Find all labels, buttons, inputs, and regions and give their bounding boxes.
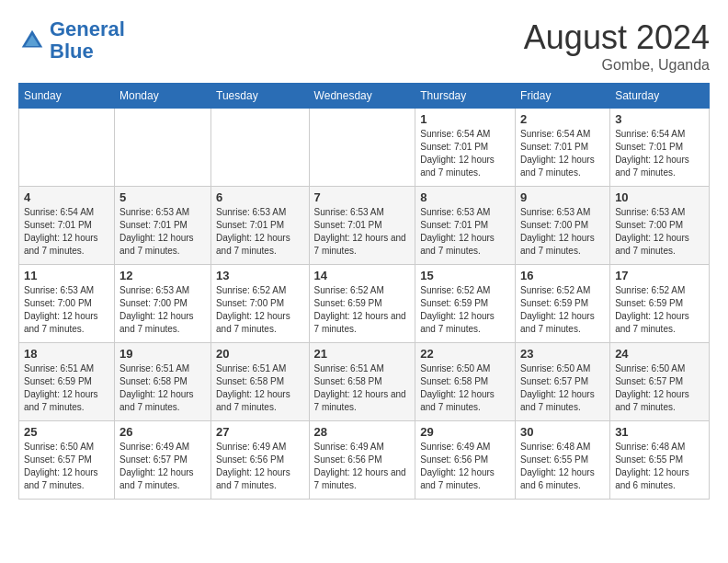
day-cell: 29Sunrise: 6:49 AMSunset: 6:56 PMDayligh… — [415, 421, 516, 500]
day-info: Sunrise: 6:49 AMSunset: 6:56 PMDaylight:… — [216, 441, 304, 492]
week-row-1: 1Sunrise: 6:54 AMSunset: 7:01 PMDaylight… — [19, 109, 710, 187]
day-cell: 15Sunrise: 6:52 AMSunset: 6:59 PMDayligh… — [415, 265, 516, 343]
day-cell: 8Sunrise: 6:53 AMSunset: 7:01 PMDaylight… — [415, 187, 516, 265]
logo-icon — [18, 27, 46, 54]
day-info: Sunrise: 6:53 AMSunset: 7:00 PMDaylight:… — [119, 284, 206, 336]
day-info: Sunrise: 6:51 AMSunset: 6:58 PMDaylight:… — [314, 362, 411, 414]
day-cell — [115, 109, 211, 187]
location-subtitle: Gombe, Uganda — [524, 57, 710, 74]
day-cell: 13Sunrise: 6:52 AMSunset: 7:00 PMDayligh… — [211, 265, 310, 343]
day-info: Sunrise: 6:54 AMSunset: 7:01 PMDaylight:… — [420, 128, 510, 179]
day-cell: 16Sunrise: 6:52 AMSunset: 6:59 PMDayligh… — [516, 265, 610, 343]
day-cell: 6Sunrise: 6:53 AMSunset: 7:01 PMDaylight… — [211, 187, 310, 265]
weekday-header-wednesday: Wednesday — [309, 84, 415, 109]
day-number: 14 — [314, 269, 411, 282]
day-cell — [309, 109, 415, 187]
day-cell: 14Sunrise: 6:52 AMSunset: 6:59 PMDayligh… — [309, 265, 415, 343]
day-cell: 11Sunrise: 6:53 AMSunset: 7:00 PMDayligh… — [19, 265, 115, 343]
day-cell: 20Sunrise: 6:51 AMSunset: 6:58 PMDayligh… — [211, 343, 310, 421]
day-cell: 23Sunrise: 6:50 AMSunset: 6:57 PMDayligh… — [516, 343, 610, 421]
page-header: General Blue August 2024 Gombe, Uganda — [18, 18, 710, 74]
day-cell: 2Sunrise: 6:54 AMSunset: 7:01 PMDaylight… — [516, 109, 610, 187]
day-cell: 17Sunrise: 6:52 AMSunset: 6:59 PMDayligh… — [610, 265, 710, 343]
weekday-header-monday: Monday — [115, 84, 211, 109]
day-info: Sunrise: 6:52 AMSunset: 6:59 PMDaylight:… — [520, 284, 605, 336]
day-cell: 27Sunrise: 6:49 AMSunset: 6:56 PMDayligh… — [211, 421, 310, 500]
day-number: 28 — [314, 425, 411, 439]
day-cell: 4Sunrise: 6:54 AMSunset: 7:01 PMDaylight… — [19, 187, 115, 265]
day-cell: 21Sunrise: 6:51 AMSunset: 6:58 PMDayligh… — [309, 343, 415, 421]
day-cell — [211, 109, 310, 187]
day-info: Sunrise: 6:48 AMSunset: 6:55 PMDaylight:… — [520, 441, 605, 492]
day-cell: 30Sunrise: 6:48 AMSunset: 6:55 PMDayligh… — [516, 421, 610, 500]
day-cell: 7Sunrise: 6:53 AMSunset: 7:01 PMDaylight… — [309, 187, 415, 265]
day-number: 27 — [216, 425, 304, 439]
day-cell: 18Sunrise: 6:51 AMSunset: 6:59 PMDayligh… — [19, 343, 115, 421]
day-info: Sunrise: 6:53 AMSunset: 7:01 PMDaylight:… — [314, 206, 411, 258]
day-number: 2 — [520, 112, 605, 126]
day-cell: 31Sunrise: 6:48 AMSunset: 6:55 PMDayligh… — [610, 421, 710, 500]
day-info: Sunrise: 6:50 AMSunset: 6:57 PMDaylight:… — [24, 441, 109, 492]
day-number: 4 — [24, 190, 109, 204]
day-number: 17 — [615, 269, 704, 282]
day-number: 15 — [420, 269, 510, 282]
day-number: 11 — [24, 269, 109, 282]
day-cell: 5Sunrise: 6:53 AMSunset: 7:01 PMDaylight… — [115, 187, 211, 265]
day-number: 23 — [520, 347, 605, 361]
day-info: Sunrise: 6:53 AMSunset: 7:00 PMDaylight:… — [24, 284, 109, 336]
day-number: 8 — [420, 190, 510, 204]
day-number: 30 — [520, 425, 605, 439]
day-info: Sunrise: 6:49 AMSunset: 6:56 PMDaylight:… — [420, 441, 510, 492]
day-info: Sunrise: 6:51 AMSunset: 6:58 PMDaylight:… — [216, 362, 304, 414]
day-number: 1 — [420, 112, 510, 126]
day-info: Sunrise: 6:49 AMSunset: 6:57 PMDaylight:… — [119, 441, 206, 492]
day-info: Sunrise: 6:49 AMSunset: 6:56 PMDaylight:… — [314, 441, 411, 492]
day-cell: 1Sunrise: 6:54 AMSunset: 7:01 PMDaylight… — [415, 109, 516, 187]
day-info: Sunrise: 6:51 AMSunset: 6:59 PMDaylight:… — [24, 362, 109, 414]
weekday-header-row: SundayMondayTuesdayWednesdayThursdayFrid… — [19, 84, 710, 109]
day-number: 21 — [314, 347, 411, 361]
day-info: Sunrise: 6:48 AMSunset: 6:55 PMDaylight:… — [615, 441, 704, 492]
day-info: Sunrise: 6:54 AMSunset: 7:01 PMDaylight:… — [520, 128, 605, 179]
calendar-table: SundayMondayTuesdayWednesdayThursdayFrid… — [18, 83, 710, 500]
day-info: Sunrise: 6:51 AMSunset: 6:58 PMDaylight:… — [119, 362, 206, 414]
day-cell: 10Sunrise: 6:53 AMSunset: 7:00 PMDayligh… — [610, 187, 710, 265]
day-number: 16 — [520, 269, 605, 282]
day-number: 29 — [420, 425, 510, 439]
day-info: Sunrise: 6:50 AMSunset: 6:57 PMDaylight:… — [520, 362, 605, 414]
weekday-header-tuesday: Tuesday — [211, 84, 310, 109]
day-cell: 24Sunrise: 6:50 AMSunset: 6:57 PMDayligh… — [610, 343, 710, 421]
weekday-header-saturday: Saturday — [610, 84, 710, 109]
week-row-2: 4Sunrise: 6:54 AMSunset: 7:01 PMDaylight… — [19, 187, 710, 265]
day-number: 3 — [615, 112, 704, 126]
week-row-3: 11Sunrise: 6:53 AMSunset: 7:00 PMDayligh… — [19, 265, 710, 343]
day-number: 6 — [216, 190, 304, 204]
day-info: Sunrise: 6:53 AMSunset: 7:00 PMDaylight:… — [520, 206, 605, 258]
day-cell: 28Sunrise: 6:49 AMSunset: 6:56 PMDayligh… — [309, 421, 415, 500]
logo-text: General Blue — [50, 18, 125, 63]
week-row-5: 25Sunrise: 6:50 AMSunset: 6:57 PMDayligh… — [19, 421, 710, 500]
day-info: Sunrise: 6:53 AMSunset: 7:01 PMDaylight:… — [420, 206, 510, 258]
day-info: Sunrise: 6:52 AMSunset: 6:59 PMDaylight:… — [615, 284, 704, 336]
day-number: 5 — [119, 190, 206, 204]
day-number: 10 — [615, 190, 704, 204]
day-info: Sunrise: 6:50 AMSunset: 6:58 PMDaylight:… — [420, 362, 510, 414]
day-info: Sunrise: 6:54 AMSunset: 7:01 PMDaylight:… — [24, 206, 109, 258]
day-number: 31 — [615, 425, 704, 439]
day-info: Sunrise: 6:53 AMSunset: 7:00 PMDaylight:… — [615, 206, 704, 258]
day-number: 9 — [520, 190, 605, 204]
day-number: 26 — [119, 425, 206, 439]
day-number: 19 — [119, 347, 206, 361]
day-number: 22 — [420, 347, 510, 361]
day-number: 12 — [119, 269, 206, 282]
logo: General Blue — [18, 18, 125, 63]
day-cell: 25Sunrise: 6:50 AMSunset: 6:57 PMDayligh… — [19, 421, 115, 500]
day-cell: 26Sunrise: 6:49 AMSunset: 6:57 PMDayligh… — [115, 421, 211, 500]
day-number: 24 — [615, 347, 704, 361]
day-cell: 19Sunrise: 6:51 AMSunset: 6:58 PMDayligh… — [115, 343, 211, 421]
day-cell: 12Sunrise: 6:53 AMSunset: 7:00 PMDayligh… — [115, 265, 211, 343]
day-info: Sunrise: 6:53 AMSunset: 7:01 PMDaylight:… — [216, 206, 304, 258]
day-info: Sunrise: 6:52 AMSunset: 6:59 PMDaylight:… — [314, 284, 411, 336]
day-cell: 3Sunrise: 6:54 AMSunset: 7:01 PMDaylight… — [610, 109, 710, 187]
logo-line2: Blue — [50, 40, 94, 63]
